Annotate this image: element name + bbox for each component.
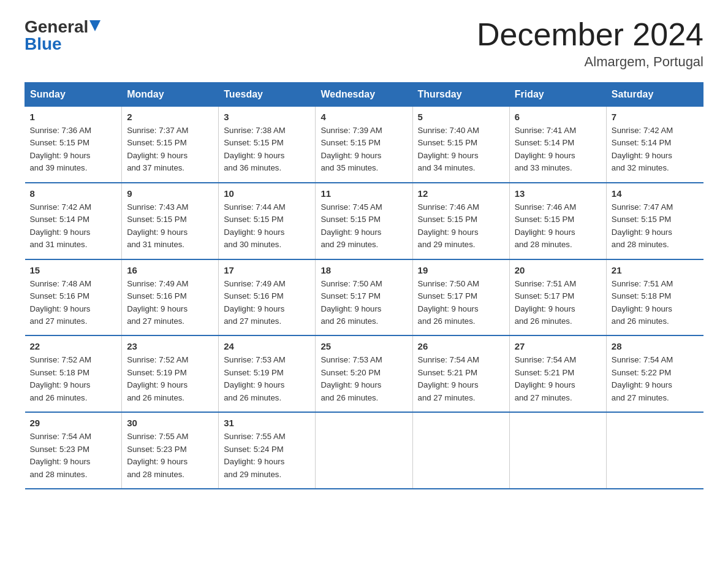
calendar-week-row: 15Sunrise: 7:48 AMSunset: 5:16 PMDayligh…	[25, 259, 703, 336]
day-info: Sunrise: 7:45 AMSunset: 5:15 PMDaylight:…	[320, 201, 407, 251]
day-number: 16	[127, 265, 213, 275]
day-info: Sunrise: 7:48 AMSunset: 5:16 PMDaylight:…	[30, 278, 117, 328]
table-row: 16Sunrise: 7:49 AMSunset: 5:16 PMDayligh…	[122, 259, 219, 336]
day-number: 17	[224, 265, 310, 275]
table-row: 19Sunrise: 7:50 AMSunset: 5:17 PMDayligh…	[412, 259, 509, 336]
day-number: 10	[224, 188, 310, 199]
day-info: Sunrise: 7:39 AMSunset: 5:15 PMDaylight:…	[320, 124, 407, 175]
day-info: Sunrise: 7:54 AMSunset: 5:22 PMDaylight:…	[612, 354, 699, 404]
day-number: 23	[127, 341, 213, 351]
table-row: 18Sunrise: 7:50 AMSunset: 5:17 PMDayligh…	[316, 259, 412, 336]
table-row: 26Sunrise: 7:54 AMSunset: 5:21 PMDayligh…	[412, 335, 509, 412]
header-friday: Friday	[509, 83, 606, 107]
day-number: 22	[30, 341, 117, 351]
calendar-week-row: 1Sunrise: 7:36 AMSunset: 5:15 PMDaylight…	[25, 107, 703, 183]
day-number: 30	[127, 418, 213, 428]
logo-general: General	[25, 18, 88, 36]
day-info: Sunrise: 7:52 AMSunset: 5:19 PMDaylight:…	[127, 354, 213, 404]
day-number: 14	[612, 188, 699, 199]
table-row: 5Sunrise: 7:40 AMSunset: 5:15 PMDaylight…	[412, 107, 509, 183]
calendar-body: 1Sunrise: 7:36 AMSunset: 5:15 PMDaylight…	[25, 107, 703, 489]
header-tuesday: Tuesday	[219, 83, 316, 107]
table-row: 17Sunrise: 7:49 AMSunset: 5:16 PMDayligh…	[219, 259, 316, 336]
calendar-week-row: 22Sunrise: 7:52 AMSunset: 5:18 PMDayligh…	[25, 335, 703, 412]
table-row: 30Sunrise: 7:55 AMSunset: 5:23 PMDayligh…	[122, 412, 219, 489]
table-row: 6Sunrise: 7:41 AMSunset: 5:14 PMDaylight…	[509, 107, 606, 183]
day-number: 1	[30, 112, 117, 122]
page-header: General Blue December 2024 Almargem, Por…	[25, 18, 703, 70]
day-info: Sunrise: 7:54 AMSunset: 5:23 PMDaylight:…	[30, 431, 117, 481]
day-number: 15	[30, 265, 117, 275]
day-info: Sunrise: 7:42 AMSunset: 5:14 PMDaylight:…	[30, 201, 117, 251]
table-row: 10Sunrise: 7:44 AMSunset: 5:15 PMDayligh…	[219, 183, 316, 259]
table-row	[606, 412, 703, 489]
day-number: 27	[515, 341, 601, 351]
calendar-table: Sunday Monday Tuesday Wednesday Thursday…	[25, 82, 703, 489]
day-number: 7	[612, 112, 699, 122]
day-number: 19	[418, 265, 504, 275]
logo-triangle-icon	[89, 20, 100, 31]
month-title: December 2024	[477, 18, 703, 50]
day-number: 29	[30, 418, 117, 428]
calendar-header-row: Sunday Monday Tuesday Wednesday Thursday…	[25, 83, 703, 107]
table-row: 25Sunrise: 7:53 AMSunset: 5:20 PMDayligh…	[316, 335, 412, 412]
day-number: 8	[30, 188, 117, 199]
table-row: 21Sunrise: 7:51 AMSunset: 5:18 PMDayligh…	[606, 259, 703, 336]
day-info: Sunrise: 7:50 AMSunset: 5:17 PMDaylight:…	[320, 278, 407, 328]
day-number: 9	[127, 188, 213, 199]
logo: General Blue	[25, 18, 100, 53]
day-info: Sunrise: 7:46 AMSunset: 5:15 PMDaylight:…	[418, 201, 504, 251]
header-wednesday: Wednesday	[316, 83, 412, 107]
table-row: 2Sunrise: 7:37 AMSunset: 5:15 PMDaylight…	[122, 107, 219, 183]
day-info: Sunrise: 7:55 AMSunset: 5:24 PMDaylight:…	[224, 431, 310, 481]
day-info: Sunrise: 7:40 AMSunset: 5:15 PMDaylight:…	[418, 124, 504, 175]
day-info: Sunrise: 7:36 AMSunset: 5:15 PMDaylight:…	[30, 124, 117, 175]
day-number: 2	[127, 112, 213, 122]
day-info: Sunrise: 7:44 AMSunset: 5:15 PMDaylight:…	[224, 201, 310, 251]
day-number: 3	[224, 112, 310, 122]
logo-blue: Blue	[25, 34, 62, 53]
table-row: 31Sunrise: 7:55 AMSunset: 5:24 PMDayligh…	[219, 412, 316, 489]
day-number: 24	[224, 341, 310, 351]
day-info: Sunrise: 7:50 AMSunset: 5:17 PMDaylight:…	[418, 278, 504, 328]
day-info: Sunrise: 7:49 AMSunset: 5:16 PMDaylight:…	[224, 278, 310, 328]
day-number: 4	[320, 112, 407, 122]
day-info: Sunrise: 7:52 AMSunset: 5:18 PMDaylight:…	[30, 354, 117, 404]
day-info: Sunrise: 7:46 AMSunset: 5:15 PMDaylight:…	[515, 201, 601, 251]
table-row: 22Sunrise: 7:52 AMSunset: 5:18 PMDayligh…	[25, 335, 122, 412]
table-row: 29Sunrise: 7:54 AMSunset: 5:23 PMDayligh…	[25, 412, 122, 489]
table-row: 13Sunrise: 7:46 AMSunset: 5:15 PMDayligh…	[509, 183, 606, 259]
header-thursday: Thursday	[412, 83, 509, 107]
table-row: 15Sunrise: 7:48 AMSunset: 5:16 PMDayligh…	[25, 259, 122, 336]
title-section: December 2024 Almargem, Portugal	[477, 18, 703, 70]
header-saturday: Saturday	[606, 83, 703, 107]
day-info: Sunrise: 7:53 AMSunset: 5:20 PMDaylight:…	[320, 354, 407, 404]
day-info: Sunrise: 7:42 AMSunset: 5:14 PMDaylight:…	[612, 124, 699, 175]
day-number: 6	[515, 112, 601, 122]
day-number: 31	[224, 418, 310, 428]
table-row: 1Sunrise: 7:36 AMSunset: 5:15 PMDaylight…	[25, 107, 122, 183]
calendar-week-row: 29Sunrise: 7:54 AMSunset: 5:23 PMDayligh…	[25, 412, 703, 489]
day-info: Sunrise: 7:41 AMSunset: 5:14 PMDaylight:…	[515, 124, 601, 175]
table-row	[412, 412, 509, 489]
table-row: 3Sunrise: 7:38 AMSunset: 5:15 PMDaylight…	[219, 107, 316, 183]
day-info: Sunrise: 7:47 AMSunset: 5:15 PMDaylight:…	[612, 201, 699, 251]
table-row: 14Sunrise: 7:47 AMSunset: 5:15 PMDayligh…	[606, 183, 703, 259]
day-number: 25	[320, 341, 407, 351]
svg-marker-0	[89, 20, 100, 31]
day-info: Sunrise: 7:43 AMSunset: 5:15 PMDaylight:…	[127, 201, 213, 251]
table-row: 27Sunrise: 7:54 AMSunset: 5:21 PMDayligh…	[509, 335, 606, 412]
day-info: Sunrise: 7:54 AMSunset: 5:21 PMDaylight:…	[515, 354, 601, 404]
table-row: 23Sunrise: 7:52 AMSunset: 5:19 PMDayligh…	[122, 335, 219, 412]
day-number: 13	[515, 188, 601, 199]
table-row: 9Sunrise: 7:43 AMSunset: 5:15 PMDaylight…	[122, 183, 219, 259]
header-sunday: Sunday	[25, 83, 122, 107]
day-info: Sunrise: 7:51 AMSunset: 5:18 PMDaylight:…	[612, 278, 699, 328]
day-info: Sunrise: 7:53 AMSunset: 5:19 PMDaylight:…	[224, 354, 310, 404]
day-info: Sunrise: 7:49 AMSunset: 5:16 PMDaylight:…	[127, 278, 213, 328]
table-row: 20Sunrise: 7:51 AMSunset: 5:17 PMDayligh…	[509, 259, 606, 336]
day-number: 18	[320, 265, 407, 275]
day-number: 5	[418, 112, 504, 122]
day-number: 26	[418, 341, 504, 351]
table-row	[509, 412, 606, 489]
